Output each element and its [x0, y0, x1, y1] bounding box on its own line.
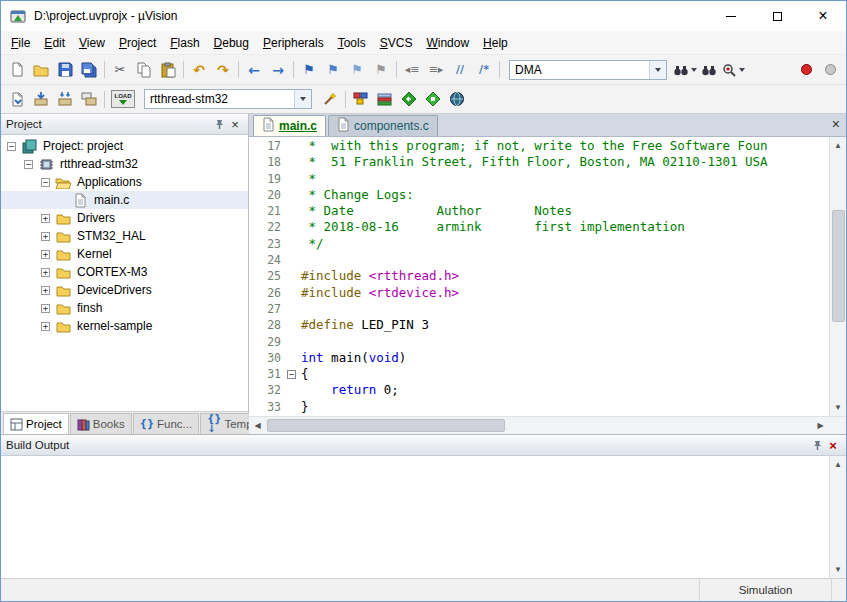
maximize-button[interactable]	[754, 1, 800, 31]
expander-plus-icon[interactable]: +	[41, 214, 50, 223]
bookmark-toggle-button[interactable]: ⚑	[321, 59, 345, 81]
tree-item-stm32-hal[interactable]: +STM32_HAL	[1, 227, 248, 245]
menu-flash[interactable]: Flash	[163, 33, 206, 53]
line-number: 20	[249, 187, 285, 203]
load-button[interactable]: LOAD	[108, 88, 138, 110]
undo-button[interactable]: ↶	[187, 59, 211, 81]
expander-plus-icon[interactable]: +	[41, 304, 50, 313]
build-vertical-scrollbar[interactable]: ▲ ▼	[829, 456, 846, 578]
packs-globe-button[interactable]	[445, 88, 469, 110]
build-output-content[interactable]	[1, 456, 829, 578]
bookmark-next-button[interactable]: ⚑	[345, 59, 369, 81]
manage-project-items-button[interactable]	[349, 88, 373, 110]
scroll-left-icon[interactable]: ◀	[249, 417, 266, 434]
tree-item-project-project[interactable]: −Project: project	[1, 137, 248, 155]
tree-item-drivers[interactable]: +Drivers	[1, 209, 248, 227]
indent-left-button[interactable]: ◂≡	[400, 59, 424, 81]
save-all-button[interactable]	[77, 59, 101, 81]
search-combo[interactable]: DMA	[509, 60, 667, 80]
expander-plus-icon[interactable]: +	[41, 250, 50, 259]
minimize-button[interactable]	[708, 1, 754, 31]
editor-vertical-scrollbar[interactable]: ▲ ▼	[829, 137, 846, 416]
comment-button[interactable]: //	[448, 59, 472, 81]
editor-tab-components-c[interactable]: components.c	[328, 115, 438, 136]
expander-minus-icon[interactable]: −	[7, 142, 16, 151]
fold-minus-icon[interactable]: −	[285, 366, 298, 382]
editor-horizontal-scrollbar[interactable]: ◀ ▶	[249, 416, 846, 434]
menu-view[interactable]: View	[72, 33, 112, 53]
editor-close-button[interactable]: ×	[832, 117, 840, 131]
expander-plus-icon[interactable]: +	[41, 322, 50, 331]
translate-button[interactable]	[5, 88, 29, 110]
tree-item-cortex-m3[interactable]: +CORTEX-M3	[1, 263, 248, 281]
editor-hscrollbar-thumb[interactable]	[267, 419, 505, 432]
tree-item-main-c[interactable]: main.c	[1, 191, 248, 209]
menu-project[interactable]: Project	[112, 33, 163, 53]
resize-grip[interactable]	[832, 579, 846, 601]
menu-help[interactable]: Help	[476, 33, 515, 53]
scroll-right-icon[interactable]: ▶	[812, 417, 829, 434]
redo-button[interactable]: ↷	[211, 59, 235, 81]
nav-forward-button[interactable]: →	[266, 59, 290, 81]
new-file-button[interactable]	[5, 59, 29, 81]
rebuild-button[interactable]	[53, 88, 77, 110]
search-combo-dropdown-icon[interactable]	[649, 61, 666, 79]
indent-right-button[interactable]: ≡▸	[424, 59, 448, 81]
tree-item-finsh[interactable]: +finsh	[1, 299, 248, 317]
batch-build-button[interactable]	[77, 88, 101, 110]
cut-button[interactable]: ✂	[108, 59, 132, 81]
manage-books-button[interactable]	[373, 88, 397, 110]
build-scroll-up-icon[interactable]: ▲	[830, 456, 847, 473]
target-combo-dropdown-icon[interactable]	[294, 90, 311, 108]
copy-button[interactable]	[132, 59, 156, 81]
menu-svcs[interactable]: SVCS	[373, 33, 420, 53]
tree-item-devicedrivers[interactable]: +DeviceDrivers	[1, 281, 248, 299]
project-panel-close-button[interactable]: ×	[227, 116, 243, 132]
manage-rte-button[interactable]	[397, 88, 421, 110]
menu-debug[interactable]: Debug	[207, 33, 256, 53]
menu-peripherals[interactable]: Peripherals	[256, 33, 331, 53]
menu-tools[interactable]: Tools	[331, 33, 373, 53]
editor-scrollbar-thumb[interactable]	[832, 210, 845, 322]
binoculars-button[interactable]	[697, 59, 721, 81]
bookmark-button[interactable]: ⚑	[297, 59, 321, 81]
expander-plus-icon[interactable]: +	[41, 268, 50, 277]
menu-file[interactable]: File	[4, 33, 37, 53]
expander-plus-icon[interactable]: +	[41, 232, 50, 241]
bookmark-clear-button[interactable]: ⚑	[369, 59, 393, 81]
tree-item-kernel[interactable]: +Kernel	[1, 245, 248, 263]
build-output-close-button[interactable]: ×	[825, 437, 841, 453]
find-in-files-button[interactable]	[673, 59, 697, 81]
options-for-target-button[interactable]	[318, 88, 342, 110]
nav-back-button[interactable]: ←	[242, 59, 266, 81]
scroll-down-icon[interactable]: ▼	[830, 399, 847, 416]
breakpoint-button[interactable]	[794, 59, 818, 81]
scroll-up-icon[interactable]: ▲	[830, 137, 847, 154]
expander-minus-icon[interactable]: −	[24, 160, 33, 169]
panel-tab-func[interactable]: {}Func...	[133, 413, 199, 434]
pack-installer-button[interactable]	[421, 88, 445, 110]
panel-tab-books[interactable]: Books	[70, 413, 132, 434]
build-button[interactable]	[29, 88, 53, 110]
magnifier-menu-button[interactable]	[721, 59, 745, 81]
menu-window[interactable]: Window	[419, 33, 476, 53]
tree-item-applications[interactable]: −Applications	[1, 173, 248, 191]
editor-tab-main-c[interactable]: main.c	[253, 115, 326, 136]
menu-edit[interactable]: Edit	[37, 33, 72, 53]
tree-item-kernel-sample[interactable]: +kernel-sample	[1, 317, 248, 335]
expander-plus-icon[interactable]: +	[41, 286, 50, 295]
paste-button[interactable]	[156, 59, 180, 81]
pin-icon[interactable]	[211, 116, 227, 132]
panel-tab-project[interactable]: Project	[3, 413, 69, 434]
open-folder-button[interactable]	[29, 59, 53, 81]
uncomment-button[interactable]: /*	[472, 59, 496, 81]
code-area[interactable]: 17 * with this program; if not, write to…	[249, 137, 829, 416]
tree-item-rtthread-stm32[interactable]: −rtthread-stm32	[1, 155, 248, 173]
expander-minus-icon[interactable]: −	[41, 178, 50, 187]
breakpoint-disabled-button[interactable]	[818, 59, 842, 81]
build-pin-icon[interactable]	[809, 437, 825, 453]
build-scroll-down-icon[interactable]: ▼	[830, 561, 847, 578]
target-select-combo[interactable]: rtthread-stm32	[144, 89, 312, 109]
save-button[interactable]	[53, 59, 77, 81]
close-button[interactable]: ×	[800, 1, 846, 31]
